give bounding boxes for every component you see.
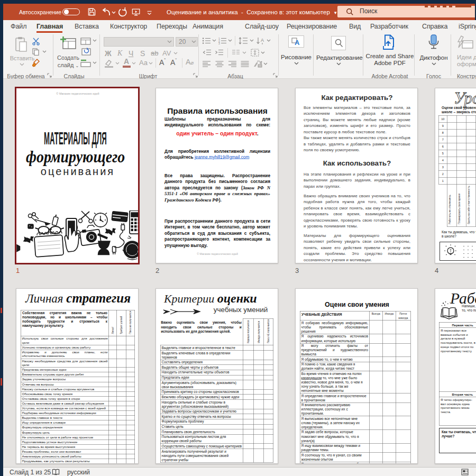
svg-text:3: 3 — [218, 42, 220, 44]
svg-text:А: А — [261, 38, 264, 43]
svg-text:А: А — [295, 39, 300, 45]
